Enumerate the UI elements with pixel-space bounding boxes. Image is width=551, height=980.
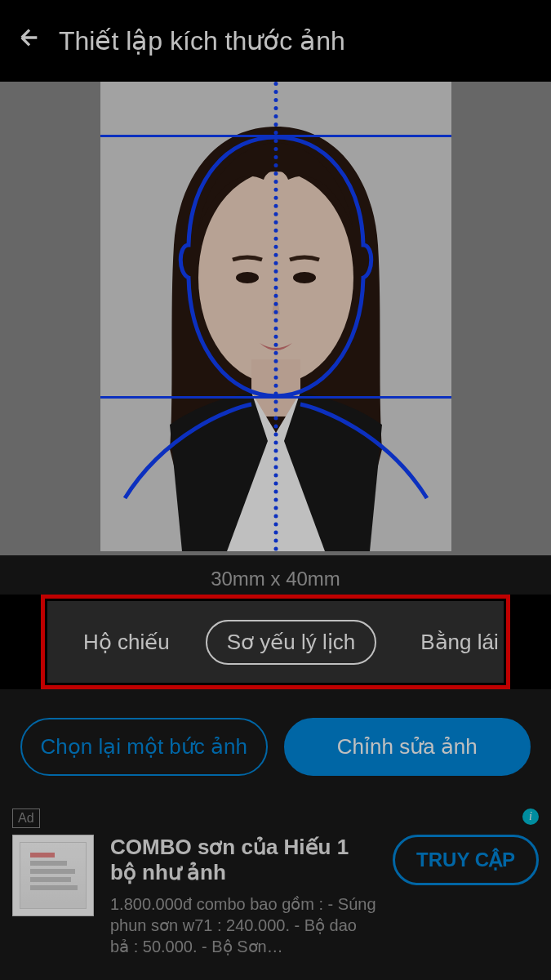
category-passport[interactable]: Hộ chiếu [64, 621, 189, 663]
header: Thiết lập kích thước ảnh [0, 0, 551, 82]
ad-cta-button[interactable]: TRUY CẬP [393, 835, 539, 885]
back-icon[interactable] [16, 24, 42, 57]
category-license[interactable]: Bằng lái xe [401, 621, 504, 663]
head-outline-guide [100, 82, 451, 551]
ad-info-icon[interactable]: i [522, 808, 539, 825]
ad-banner: Ad i COMBO sơn của Hiếu 1 bộ như ảnh 1.8… [0, 804, 551, 969]
photo-size-label: 30mm x 40mm [0, 555, 551, 595]
reselect-photo-button[interactable]: Chọn lại một bức ảnh [20, 718, 268, 776]
ad-thumbnail[interactable] [12, 835, 94, 916]
ad-description: 1.800.000đ combo bao gồm : - Súng phun s… [110, 893, 376, 957]
category-bar[interactable]: Hộ chiếu Sơ yếu lý lịch Bằng lái xe T [47, 601, 504, 683]
alignment-guides [100, 82, 451, 551]
page-title: Thiết lập kích thước ảnh [59, 25, 345, 56]
category-highlight-box: Hộ chiếu Sơ yếu lý lịch Bằng lái xe T [41, 595, 510, 689]
edit-photo-button[interactable]: Chỉnh sửa ảnh [284, 718, 531, 776]
category-resume[interactable]: Sơ yếu lý lịch [206, 620, 377, 665]
ad-badge: Ad [12, 808, 40, 828]
photo-preview-area [0, 82, 551, 555]
action-button-row: Chọn lại một bức ảnh Chỉnh sửa ảnh [0, 689, 551, 804]
ad-title: COMBO sơn của Hiếu 1 bộ như ảnh [110, 835, 376, 885]
photo-frame[interactable] [100, 82, 451, 551]
